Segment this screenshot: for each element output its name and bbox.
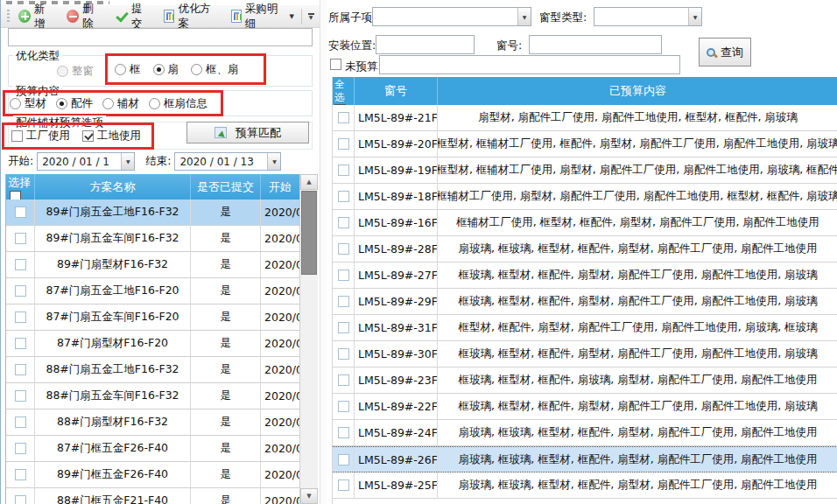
dropdown-arrow-icon[interactable]: ▼ — [121, 153, 134, 170]
radio-option[interactable]: 型材 — [10, 96, 46, 111]
radio-option[interactable]: 整窗 — [57, 64, 94, 79]
table-row[interactable]: 88#门框五金F21-F40是2020/0 — [6, 488, 299, 504]
table-row[interactable]: 88#门扇五金车间F16-F32是2020/0 — [6, 383, 299, 410]
table-row[interactable]: LM5L-89#-25F23扇玻璃, 框玻璃, 框型材, 框配件, 扇型材, 扇… — [333, 472, 837, 499]
radio-icon[interactable] — [115, 64, 126, 75]
table-row[interactable]: LM5L-89#-26F24扇玻璃, 框玻璃, 框型材, 框配件, 扇型材, 扇… — [333, 446, 837, 472]
row-checkbox[interactable] — [15, 390, 26, 402]
table-row[interactable]: LM5L-89#-31F29框型材, 框配件, 扇型材, 扇配件工厂使用, 扇配… — [333, 315, 837, 341]
radio-option[interactable]: 框、扇 — [191, 62, 239, 77]
checkbox-option[interactable]: 工厂使用 — [11, 129, 70, 144]
table-row[interactable]: 87#门扇五金车间F16-F20是2020/0 — [6, 304, 299, 331]
toolbar-overflow-button[interactable]: ▼ — [305, 8, 317, 25]
row-checkbox[interactable] — [338, 480, 349, 491]
row-checkbox[interactable] — [338, 401, 349, 412]
row-checkbox[interactable] — [15, 206, 26, 218]
table-row[interactable]: 89#门框五金F26-F40是2020/0 — [6, 462, 299, 488]
table-row[interactable]: LM5L-89#-21F19扇型材, 扇配件工厂使用, 扇配件工地使用, 框型材… — [333, 105, 837, 131]
row-checkbox[interactable] — [15, 469, 26, 480]
plan-table-scrollbar[interactable]: ▲ ▼ — [299, 174, 318, 504]
table-row[interactable]: LM5L-89#-16F15框辅材工厂使用, 框型材, 框配件, 扇型材, 扇配… — [333, 210, 837, 236]
radio-option[interactable]: 配件 — [56, 96, 93, 111]
row-checkbox[interactable] — [338, 270, 349, 281]
scroll-up-button[interactable]: ▲ — [300, 174, 318, 190]
query-button[interactable]: 查询 — [699, 38, 751, 66]
checkbox-icon[interactable] — [11, 130, 23, 142]
row-checkbox[interactable] — [338, 191, 349, 202]
row-checkbox[interactable] — [15, 338, 26, 349]
table-row[interactable]: LM5L-89#-19F17框型材, 框辅材工厂使用, 扇型材, 扇配件工厂使用… — [333, 158, 837, 184]
table-row[interactable]: LM5L-89#-29F27框玻璃, 框型材, 框配件, 扇型材, 扇配件工厂使… — [333, 289, 837, 315]
table-row[interactable]: 88#门扇型材F16-F32是2020/0 — [6, 410, 299, 436]
radio-option[interactable]: 框扇信息 — [149, 96, 207, 111]
plan-name-input[interactable] — [8, 28, 313, 46]
row-checkbox[interactable] — [338, 427, 349, 438]
radio-icon[interactable] — [153, 64, 165, 75]
row-checkbox[interactable] — [338, 348, 349, 360]
radio-icon[interactable] — [149, 98, 160, 109]
row-checkbox[interactable] — [338, 454, 349, 466]
row-checkbox[interactable] — [338, 112, 349, 123]
window-no-input[interactable] — [529, 35, 662, 54]
date-range-row: 开始: 2020 / 01 / 1 ▼ 结束: 2020 / 01 / 13 ▼ — [8, 152, 313, 171]
checkbox-option[interactable]: 工地使用 — [82, 129, 141, 144]
window-type-combo[interactable]: ▼ — [594, 7, 702, 26]
table-row[interactable]: 87#门框五金F26-F40是2020/0 — [6, 436, 299, 462]
table-row[interactable]: 87#门扇五金工地F16-F20是2020/0 — [6, 278, 299, 304]
table-row[interactable]: 87#门扇型材F16-F20是2020/0 — [6, 331, 299, 357]
table-row[interactable]: LM5L-89#-23F21框玻璃, 框型材, 框配件, 扇玻璃, 扇型材, 扇… — [333, 368, 837, 394]
scroll-thumb[interactable] — [301, 191, 317, 275]
row-checkbox[interactable] — [15, 259, 26, 270]
scroll-down-button[interactable]: ▼ — [300, 488, 318, 504]
dropdown-arrow-icon[interactable]: ▼ — [267, 153, 280, 170]
table-row[interactable]: LM5L-89#-28F26扇玻璃, 框玻璃, 框型材, 框配件, 扇型材, 扇… — [333, 236, 837, 262]
budget-match-button[interactable]: 预算匹配 — [186, 122, 309, 144]
row-checkbox[interactable] — [15, 416, 26, 428]
radio-icon[interactable] — [102, 98, 114, 109]
radio-icon[interactable] — [191, 64, 202, 75]
table-row[interactable]: 89#门扇型材F16-F32是2020/0 — [6, 252, 299, 278]
row-checkbox[interactable] — [338, 164, 349, 176]
row-checkbox[interactable] — [338, 243, 349, 255]
end-date-picker[interactable]: 2020 / 01 / 13 ▼ — [174, 152, 281, 171]
checkbox-icon[interactable] — [82, 130, 94, 142]
radio-icon[interactable] — [56, 98, 67, 109]
panel-splitter[interactable] — [320, 0, 327, 504]
toolbar-grip[interactable] — [7, 10, 10, 24]
row-checkbox[interactable] — [15, 364, 26, 375]
dropdown-arrow-icon[interactable]: ▼ — [517, 8, 531, 25]
table-row[interactable]: LM5L-89#-22F20框玻璃, 框型材, 框配件, 扇型材, 扇配件工厂使… — [333, 394, 837, 420]
sub-item-combo[interactable]: ▼ — [372, 7, 531, 26]
row-select-cell — [6, 488, 35, 504]
submitted-cell: 是 — [191, 410, 261, 436]
row-checkbox[interactable] — [338, 217, 349, 228]
dropdown-arrow-icon[interactable]: ▼ — [688, 8, 701, 25]
row-checkbox[interactable] — [338, 374, 349, 386]
row-checkbox[interactable] — [15, 233, 26, 244]
table-row[interactable]: LM5L-89#-24F22扇玻璃, 框玻璃, 框型材, 框配件, 扇型材, 扇… — [333, 420, 837, 446]
row-checkbox[interactable] — [15, 495, 26, 504]
table-row[interactable]: 88#门扇五金工地F16-F32是2020/0 — [6, 357, 299, 383]
table-row[interactable]: 89#门扇五金车间F16-F32是2020/0 — [6, 226, 299, 252]
table-row[interactable]: LM5L-89#-27F25框玻璃, 框型材, 框配件, 扇型材, 扇配件工厂使… — [333, 262, 837, 289]
row-checkbox[interactable] — [338, 296, 349, 307]
row-checkbox[interactable] — [338, 138, 349, 150]
table-row[interactable]: 89#门扇五金工地F16-F32是2020/0 — [6, 200, 299, 226]
radio-option[interactable]: 辅材 — [102, 96, 139, 111]
radio-icon[interactable] — [57, 66, 68, 77]
start-date-picker[interactable]: 2020 / 01 / 1 ▼ — [37, 152, 135, 171]
radio-icon[interactable] — [10, 98, 21, 109]
table-row[interactable]: LM5L-89#-18F16框辅材工厂使用, 扇型材, 扇配件工厂使用, 扇配件… — [333, 184, 837, 210]
row-checkbox[interactable] — [15, 312, 26, 323]
no-budget-checkbox[interactable] — [330, 59, 341, 70]
row-checkbox[interactable] — [338, 322, 349, 333]
radio-option[interactable]: 扇 — [153, 62, 179, 77]
row-checkbox[interactable] — [15, 285, 26, 297]
table-row[interactable]: LM5L-89#-30F28框玻璃, 框型材, 框配件, 扇型材, 扇配件工厂使… — [333, 341, 837, 368]
radio-option[interactable]: 框 — [115, 62, 141, 77]
row-checkbox[interactable] — [15, 443, 26, 454]
install-position-input[interactable] — [376, 35, 475, 54]
no-budget-input[interactable] — [379, 55, 680, 74]
table-row[interactable]: LM5L-89#-20F18框型材, 框辅材工厂使用, 框配件, 扇型材, 扇配… — [333, 131, 837, 158]
option-label: 型材 — [25, 96, 46, 111]
